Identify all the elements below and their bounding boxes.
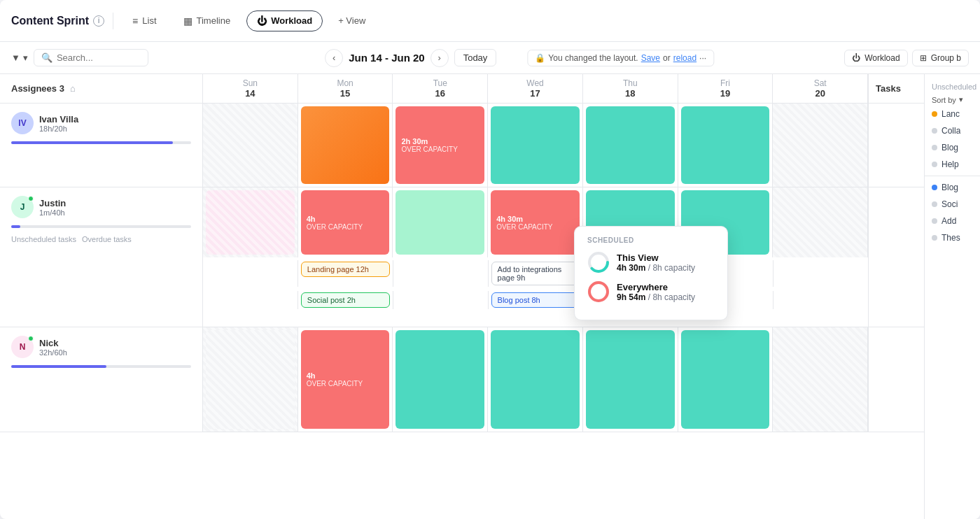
day-cell-nick-fri — [678, 327, 774, 432]
svg-point-3 — [589, 283, 608, 301]
tooltip-text-everywhere: Everywhere 9h 54m / 8h capacity — [617, 282, 695, 302]
day-cells-nick: 4h OVER CAPACITY — [203, 327, 868, 432]
add-view-label: + View — [338, 15, 365, 26]
tab-workload[interactable]: ⏻ Workload — [246, 10, 323, 31]
tooltip-sub-everywhere: 9h 54m / 8h capacity — [617, 292, 695, 302]
dot-gray-help — [932, 162, 937, 167]
workload-btn-icon: ⏻ — [852, 53, 860, 63]
prev-date-button[interactable]: ‹ — [325, 49, 343, 67]
justin-tasks2-sun — [203, 291, 298, 309]
task-chip-landing[interactable]: Landing page 12h — [301, 262, 390, 277]
overdue-link-justin[interactable]: Overdue tasks — [82, 235, 132, 243]
task-name-thes: Thes — [941, 233, 960, 243]
day-name-mon: Mon — [337, 78, 353, 88]
tasks-sort[interactable]: Sort by ▾ — [925, 94, 980, 106]
day-cell-nick-sat — [773, 327, 868, 432]
assignee-name-ivan: Ivan Villa — [39, 114, 78, 125]
day-col-tue: Tue 16 — [393, 74, 488, 103]
day-num-wed: 17 — [530, 88, 540, 99]
search-wrap: 🔍 — [34, 49, 148, 66]
tooltip-sub-thisview: 4h 30m / 8h capacity — [617, 263, 695, 273]
more-icon[interactable]: ··· — [699, 53, 706, 63]
progress-fill-nick — [11, 365, 106, 368]
task-item-colla[interactable]: Colla — [925, 122, 980, 139]
ivan-wed-block[interactable] — [491, 106, 580, 184]
tooltip-label: SCHEDULED — [587, 236, 715, 244]
progress-bg-justin — [11, 225, 191, 228]
justin-tue-block[interactable] — [396, 190, 484, 255]
home-icon[interactable]: ⌂ — [70, 83, 76, 94]
dot-gray-thes — [932, 235, 937, 241]
task-item-blog2[interactable]: Blog — [925, 179, 980, 196]
task-item-help[interactable]: Help — [925, 156, 980, 173]
nick-mon-block[interactable]: 4h OVER CAPACITY — [301, 330, 390, 429]
day-num-sat: 20 — [815, 88, 825, 99]
day-cell-justin-wed: 4h 30m OVER CAPACITY — [488, 187, 583, 257]
task-chip-social[interactable]: Social post 2h — [301, 292, 390, 308]
workload-view-button[interactable]: ⏻ Workload — [844, 50, 907, 66]
justin-tasks2-sat — [774, 291, 868, 309]
assignee-info-nick: N Nick 32h/60h — [0, 327, 203, 432]
tasks-sort-label: Sort by — [932, 96, 956, 104]
justin-tasks-sat — [774, 260, 868, 287]
nick-tue-block[interactable] — [396, 330, 484, 429]
ivan-mon-block[interactable] — [301, 106, 390, 184]
list-icon: ≡ — [132, 15, 138, 27]
save-link[interactable]: Save — [641, 53, 660, 63]
day-name-thu: Thu — [623, 78, 638, 88]
assignee-rows-container: IV Ivan Villa 18h/20h — [0, 104, 924, 519]
tab-list[interactable]: ≡ List — [122, 10, 167, 31]
assignee-info-ivan: IV Ivan Villa 18h/20h — [0, 104, 203, 187]
assignee-hours-justin: 1m/40h — [39, 208, 66, 217]
dot-gray-soci — [932, 201, 937, 207]
nick-fri-block[interactable] — [681, 330, 770, 429]
ivan-fri-block[interactable] — [681, 106, 770, 184]
day-cell-nick-wed — [488, 327, 583, 432]
day-cell-ivan-wed[interactable] — [488, 104, 583, 187]
tooltip-title-thisview: This View — [617, 253, 695, 263]
tasks-ivan — [868, 104, 924, 187]
day-cell-ivan-fri — [678, 104, 774, 187]
day-name-fri: Fri — [720, 78, 730, 88]
task-chip-blog[interactable]: Blog post 8h — [491, 292, 580, 308]
nick-wed-block[interactable] — [491, 330, 580, 429]
assignee-details-ivan: Ivan Villa 18h/20h — [39, 114, 78, 133]
today-button[interactable]: Today — [454, 49, 497, 66]
nick-thu-block[interactable] — [586, 330, 675, 429]
tooltip-title-everywhere: Everywhere — [617, 282, 695, 292]
filter-arrow: ▾ — [23, 52, 28, 63]
task-item-blog1[interactable]: Blog — [925, 139, 980, 156]
task-chip-integrations[interactable]: Add to integrations page 9h — [491, 262, 580, 285]
justin-mon-block[interactable]: 4h OVER CAPACITY — [301, 190, 390, 255]
ivan-tue-block[interactable]: 2h 30m OVER CAPACITY — [396, 106, 484, 184]
tab-list-label: List — [142, 15, 156, 26]
add-view-button[interactable]: + View — [328, 11, 375, 30]
unscheduled-link-justin[interactable]: Unscheduled tasks — [11, 235, 76, 243]
tab-timeline[interactable]: ▦ Timeline — [173, 10, 241, 31]
group-label: Group b — [931, 53, 961, 63]
progress-fill-justin — [11, 225, 20, 228]
assignees-header: Assignees 3 ⌂ — [0, 74, 203, 103]
task-item-thes[interactable]: Thes — [925, 229, 980, 246]
timeline-icon: ▦ — [183, 15, 192, 27]
task-name-blog2: Blog — [941, 183, 958, 192]
task-item-lanc[interactable]: Lanc — [925, 106, 980, 122]
task-item-soci[interactable]: Soci — [925, 196, 980, 213]
scheduled-tooltip: SCHEDULED This View 4h 30m — [574, 226, 728, 320]
task-name-add: Add — [941, 216, 956, 226]
ivan-thu-block[interactable] — [586, 106, 675, 184]
info-icon[interactable]: i — [93, 15, 104, 27]
day-col-fri: Fri 19 — [678, 74, 774, 103]
search-input[interactable] — [57, 52, 141, 63]
extra-info-justin: Unscheduled tasks Overdue tasks — [11, 232, 191, 243]
justin-tasks2-tue — [393, 291, 489, 309]
reload-link[interactable]: reload — [673, 53, 696, 63]
group-button[interactable]: ⊞ Group b — [912, 50, 969, 66]
justin-wed-block[interactable]: 4h 30m OVER CAPACITY — [491, 190, 580, 255]
day-cell-justin-mon: 4h OVER CAPACITY — [298, 187, 393, 257]
assignee-row-ivan: IV Ivan Villa 18h/20h — [0, 104, 924, 187]
project-title: Content Sprint i — [11, 15, 104, 27]
next-date-button[interactable]: › — [430, 49, 449, 67]
filter-button[interactable]: ▼ ▾ — [11, 52, 28, 63]
task-item-add[interactable]: Add — [925, 213, 980, 229]
